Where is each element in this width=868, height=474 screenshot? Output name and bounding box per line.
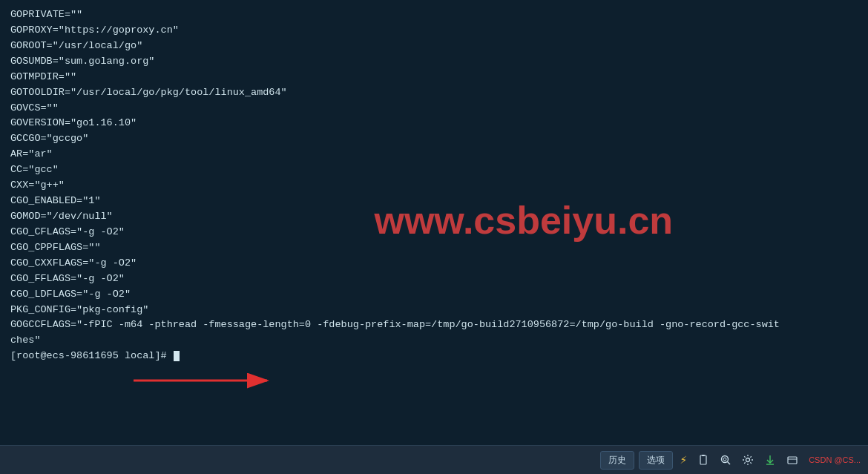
svg-rect-3 — [702, 455, 705, 456]
clipboard-icon[interactable] — [694, 452, 712, 467]
svg-rect-2 — [700, 455, 706, 464]
terminal-window: GOPRIVATE="" GOPROXY="https://goproxy.cn… — [0, 0, 868, 445]
window-icon[interactable] — [783, 452, 801, 467]
terminal-output: GOPRIVATE="" GOPROXY="https://goproxy.cn… — [10, 7, 858, 364]
svg-line-5 — [728, 462, 731, 465]
svg-point-6 — [723, 458, 726, 461]
terminal-cursor — [174, 351, 180, 361]
svg-point-4 — [722, 456, 729, 463]
svg-rect-10 — [788, 457, 797, 464]
svg-point-7 — [746, 458, 750, 462]
history-button[interactable]: 历史 — [600, 451, 634, 470]
toolbar: 历史 选项 ⚡ CSDN @CS... — [0, 445, 868, 474]
csdn-branding: CSDN @CS... — [809, 455, 861, 464]
download-icon[interactable] — [761, 452, 779, 467]
search-icon[interactable] — [717, 452, 734, 467]
settings-icon[interactable] — [739, 452, 757, 467]
lightning-icon[interactable]: ⚡ — [677, 451, 691, 469]
options-button[interactable]: 选项 — [639, 451, 673, 470]
arrow-indicator — [134, 366, 282, 399]
